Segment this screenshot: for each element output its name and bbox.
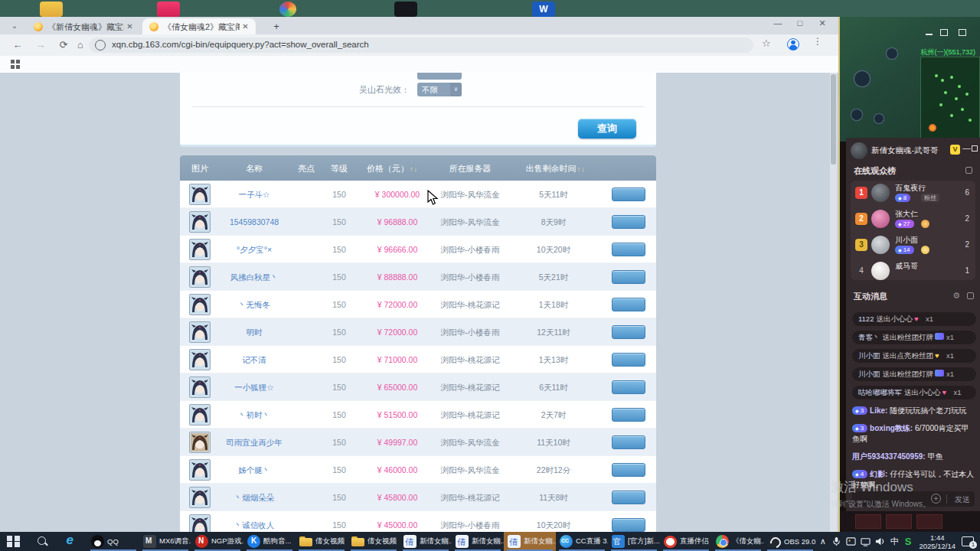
viewer-row[interactable]: 1 百鬼夜行 8 粉丝 6 xyxy=(851,181,975,207)
viewer-row[interactable]: 4 威马哥 1 xyxy=(851,259,975,280)
taskbar-app-button[interactable] xyxy=(58,532,87,551)
buy-button[interactable] xyxy=(612,243,645,256)
item-name-link[interactable]: 风拂白秋星丶 xyxy=(230,272,279,283)
cropped-dropdown[interactable] xyxy=(417,73,462,80)
forward-button[interactable]: → xyxy=(34,38,47,52)
buy-button[interactable] xyxy=(612,491,645,504)
character-avatar[interactable] xyxy=(189,459,211,481)
character-avatar[interactable] xyxy=(189,349,211,370)
buy-button[interactable] xyxy=(612,325,645,339)
viewer-row[interactable]: 2 张大仁 27 2 xyxy=(851,207,975,233)
character-avatar[interactable] xyxy=(189,487,211,508)
tab-close-icon[interactable]: ✕ xyxy=(240,21,250,31)
character-avatar[interactable] xyxy=(189,514,211,532)
buy-button[interactable] xyxy=(612,463,645,477)
game-menu-icon[interactable] xyxy=(851,109,863,121)
header-time[interactable]: 出售剩余时间↑↓ xyxy=(526,163,585,174)
item-name-link[interactable]: 一子斗☆ xyxy=(239,190,270,201)
network-icon[interactable] xyxy=(861,536,871,546)
tab-search-icon[interactable]: ⌄ xyxy=(6,19,23,32)
notification-icon[interactable]: 1 xyxy=(962,536,974,546)
tray-chevron-icon[interactable]: ∧ xyxy=(820,536,826,546)
messages-expand-icon[interactable] xyxy=(967,292,974,299)
game-window[interactable]: 杭州(一)(551,732) xyxy=(840,17,980,142)
profile-avatar-icon[interactable] xyxy=(787,38,799,51)
taskbar-app-button[interactable] xyxy=(29,532,58,551)
buy-button[interactable] xyxy=(612,298,645,311)
character-avatar[interactable] xyxy=(189,239,211,260)
game-close-icon[interactable] xyxy=(959,29,966,36)
taskbar-app-button[interactable]: [官方]新... xyxy=(608,532,660,551)
viewer-row[interactable]: 3 川小面 14 2 xyxy=(851,233,975,259)
item-name-link[interactable]: 一小狐狸☆ xyxy=(234,383,273,393)
character-avatar[interactable] xyxy=(189,404,211,425)
panel-minimize-icon[interactable]: — xyxy=(962,143,971,152)
buy-button[interactable] xyxy=(612,408,645,422)
item-name-link[interactable]: 明时 xyxy=(247,328,263,338)
panel-maximize-icon[interactable] xyxy=(972,145,978,152)
new-tab-button[interactable]: + xyxy=(270,20,283,34)
reload-button[interactable]: ⟳ xyxy=(57,38,70,52)
taskbar-app-button[interactable]: NGP游戏... xyxy=(191,532,243,551)
maximize-button[interactable]: □ xyxy=(790,18,810,28)
streamer-avatar[interactable] xyxy=(851,142,867,159)
viewers-expand-icon[interactable] xyxy=(965,167,972,174)
taskbar-app-button[interactable]: 新倩女幽... xyxy=(504,532,556,551)
taskbar-app-button[interactable]: CC直播 3... xyxy=(556,532,608,551)
character-avatar[interactable] xyxy=(189,266,211,288)
desktop-icon-video-app[interactable] xyxy=(157,2,180,17)
item-name-link[interactable]: 丶初时丶 xyxy=(238,410,270,421)
game-bag-icon[interactable] xyxy=(874,113,884,124)
desktop-icon-word[interactable] xyxy=(532,2,555,17)
ime-indicator[interactable]: 中 xyxy=(890,536,899,547)
taskbar-app-button[interactable]: QQ xyxy=(87,532,139,551)
character-avatar[interactable] xyxy=(189,211,211,233)
tab-close-icon[interactable]: ✕ xyxy=(125,21,135,31)
buy-button[interactable] xyxy=(612,435,645,449)
character-avatar[interactable] xyxy=(189,377,211,398)
taskbar-app-button[interactable]: 倩女视频 xyxy=(348,532,400,551)
item-name-link[interactable]: 丶烟烟朵朵 xyxy=(234,493,275,504)
item-name-link[interactable]: 司雨宜业再少年 xyxy=(226,438,283,448)
taskbar-app-button[interactable]: 酷狗音... xyxy=(243,532,296,551)
scrollbar-thumb[interactable] xyxy=(831,74,836,165)
buy-button[interactable] xyxy=(612,518,645,532)
character-avatar[interactable] xyxy=(189,321,211,343)
game-buff-icon[interactable] xyxy=(886,47,898,60)
buy-button[interactable] xyxy=(612,353,645,367)
taskbar-app-button[interactable] xyxy=(0,532,29,551)
address-bar[interactable]: xqn.cbg.163.com/cgi-bin/equipquery.py?ac… xyxy=(89,37,753,53)
taskbar-app-button[interactable]: OBS 29.0... xyxy=(764,532,816,551)
desktop-icon-folder[interactable] xyxy=(40,2,63,17)
taskbar-app-button[interactable]: 新倩女幽... xyxy=(452,532,504,551)
close-button[interactable]: ✕ xyxy=(812,18,832,28)
buy-button[interactable] xyxy=(612,187,645,201)
home-button[interactable]: ⌂ xyxy=(74,38,87,52)
minimize-button[interactable]: — xyxy=(768,18,788,28)
gear-icon[interactable]: ⚙ xyxy=(952,291,960,301)
chat-input[interactable]: + 发送 xyxy=(852,491,975,507)
item-name-link[interactable]: 丶无悔冬 xyxy=(238,300,270,311)
site-settings-icon[interactable] xyxy=(95,40,106,51)
game-skill-icon[interactable] xyxy=(854,70,871,87)
taskbar-app-button[interactable]: MX6调音... xyxy=(139,532,191,551)
back-button[interactable]: ← xyxy=(11,38,24,52)
game-minimap[interactable] xyxy=(920,57,980,142)
game-minimize-icon[interactable] xyxy=(926,34,933,35)
volume-icon[interactable] xyxy=(875,536,885,546)
buy-button[interactable] xyxy=(612,380,645,394)
item-name-link[interactable]: 姊个腿丶 xyxy=(238,465,270,476)
apps-grid-icon[interactable] xyxy=(11,60,20,69)
taskbar-app-button[interactable]: 新倩女幽... xyxy=(400,532,452,551)
emoji-plus-icon[interactable]: + xyxy=(931,494,941,504)
query-button[interactable]: 查询 xyxy=(578,119,636,139)
effect-dropdown[interactable]: 不限 ∨ xyxy=(417,83,462,96)
character-avatar[interactable] xyxy=(189,432,211,453)
header-price[interactable]: 价格（元）↑↓ xyxy=(367,163,417,174)
item-name-link[interactable]: °夕夕宝°× xyxy=(237,245,272,256)
buy-button[interactable] xyxy=(612,270,645,284)
desktop-icon-browser[interactable] xyxy=(279,2,296,17)
character-avatar[interactable] xyxy=(189,294,211,315)
game-restore-icon[interactable] xyxy=(940,29,948,36)
item-name-link[interactable]: 15459830748 xyxy=(230,217,279,227)
